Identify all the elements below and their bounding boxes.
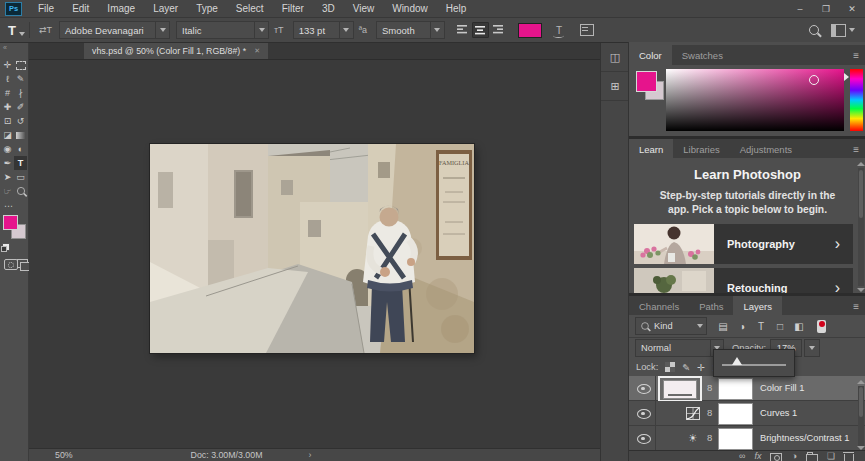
layer-mask-thumbnail[interactable] xyxy=(718,428,753,450)
brush-tool[interactable]: ✐ xyxy=(14,100,27,114)
text-color-swatch[interactable] xyxy=(518,23,542,38)
tab-layers[interactable]: Layers xyxy=(733,296,782,316)
scroll-down-icon[interactable] xyxy=(857,288,865,292)
gradient-tool[interactable] xyxy=(14,128,27,142)
align-right-button[interactable] xyxy=(491,22,506,36)
learn-topic-photography[interactable]: Photography › xyxy=(634,224,853,264)
tab-adjustments[interactable]: Adjustments xyxy=(730,139,802,159)
quick-mask-icon[interactable] xyxy=(4,259,18,270)
text-orientation-icon[interactable]: ⇄T xyxy=(34,25,57,35)
lock-transparency-icon[interactable] xyxy=(665,362,675,372)
fill-layer-thumbnail[interactable] xyxy=(658,376,702,402)
layers-scrollbar[interactable] xyxy=(858,386,864,446)
default-colors-icon[interactable] xyxy=(2,243,10,251)
lock-pixels-icon[interactable]: ✎ xyxy=(682,362,690,373)
learn-scrollbar[interactable] xyxy=(858,168,864,286)
history-brush-tool[interactable]: ↺ xyxy=(14,114,27,128)
filter-smart-objects-icon[interactable]: ◧ xyxy=(791,321,807,332)
layer-name[interactable]: Curves 1 xyxy=(760,408,797,418)
blend-mode-select[interactable]: Normal xyxy=(635,339,724,357)
lock-position-icon[interactable]: ✛ xyxy=(697,362,705,373)
menu-image[interactable]: Image xyxy=(98,0,144,17)
saturation-brightness-field[interactable] xyxy=(666,69,844,131)
delete-layer-icon[interactable] xyxy=(844,454,854,461)
document-tab[interactable]: vhs.psd @ 50% (Color Fill 1, RGB/8#) * ✕ xyxy=(84,43,268,59)
blur-tool[interactable]: ◉ xyxy=(1,142,14,156)
type-tool-preset[interactable]: T xyxy=(8,23,25,38)
foreground-color-swatch[interactable] xyxy=(636,71,657,92)
clone-stamp-tool[interactable]: ⊡ xyxy=(1,114,14,128)
restore-button[interactable]: ❐ xyxy=(813,0,839,17)
filter-adjustment-layers-icon[interactable]: ◑ xyxy=(734,321,750,332)
menu-edit[interactable]: Edit xyxy=(63,0,98,17)
learn-topic-row[interactable]: Retouching › xyxy=(714,268,853,295)
font-style-select[interactable]: Italic xyxy=(176,21,269,39)
add-mask-icon[interactable] xyxy=(770,453,782,461)
menu-filter[interactable]: Filter xyxy=(273,0,313,17)
layer-row-brightness-contrast[interactable]: ☀ 8 Brightness/Contrast 1 xyxy=(629,426,865,451)
menu-file[interactable]: File xyxy=(29,0,63,17)
layer-style-icon[interactable]: fx xyxy=(754,451,761,461)
color-picker-ring[interactable] xyxy=(809,75,819,85)
layer-row-curves[interactable]: 8 Curves 1 xyxy=(629,401,865,426)
learn-topic-retouching[interactable]: Retouching › xyxy=(634,268,853,295)
layer-name[interactable]: Color Fill 1 xyxy=(760,383,804,393)
menu-window[interactable]: Window xyxy=(383,0,437,17)
eraser-tool[interactable]: ◪ xyxy=(1,128,14,142)
new-layer-icon[interactable]: ❏ xyxy=(827,451,835,461)
eyedropper-tool[interactable]: ∤ xyxy=(14,86,27,100)
canvas-photo[interactable]: FAMIGLIA xyxy=(150,144,474,353)
brightness-contrast-icon[interactable]: ☀ xyxy=(685,430,701,446)
marquee-tool[interactable] xyxy=(14,58,27,72)
collapse-panel-icon[interactable]: « xyxy=(3,44,6,51)
lasso-tool[interactable]: ℓ xyxy=(1,72,14,86)
edit-toolbar-icon[interactable]: ⋯ xyxy=(4,201,13,211)
menu-layer[interactable]: Layer xyxy=(144,0,187,17)
dodge-tool[interactable]: ◐ xyxy=(14,142,27,156)
filter-shape-layers-icon[interactable]: □ xyxy=(772,321,788,332)
curves-adjustment-icon[interactable] xyxy=(685,405,701,421)
panel-menu-icon[interactable]: ≡ xyxy=(853,45,865,65)
warp-text-icon[interactable]: T xyxy=(552,25,566,36)
filter-type-layers-icon[interactable]: T xyxy=(753,321,769,332)
panel-menu-icon[interactable]: ≡ xyxy=(853,296,865,316)
zoom-tool[interactable] xyxy=(14,184,27,198)
canvas-pasteboard[interactable]: FAMIGLIA xyxy=(29,60,600,448)
tab-paths[interactable]: Paths xyxy=(689,296,733,316)
learn-topic-row[interactable]: Photography › xyxy=(714,224,853,264)
anti-alias-select[interactable]: Smooth xyxy=(376,21,445,39)
minimize-button[interactable]: – xyxy=(787,0,813,17)
align-center-button[interactable] xyxy=(472,22,489,38)
visibility-eye-icon[interactable] xyxy=(637,409,651,419)
crop-tool[interactable]: # xyxy=(1,86,14,100)
scrollbar-thumb[interactable] xyxy=(859,170,863,218)
visibility-eye-icon[interactable] xyxy=(637,434,651,444)
history-panel-button[interactable]: ◫ xyxy=(601,43,629,72)
link-layers-icon[interactable]: ∞ xyxy=(739,451,745,461)
new-adjustment-layer-icon[interactable]: ◑ xyxy=(791,451,796,461)
hand-tool[interactable]: ☞ xyxy=(1,184,14,198)
menu-view[interactable]: View xyxy=(344,0,384,17)
panel-menu-icon[interactable]: ≡ xyxy=(853,139,865,159)
layer-row-color-fill[interactable]: 8 Color Fill 1 xyxy=(629,376,865,401)
align-left-button[interactable] xyxy=(455,22,470,36)
quick-selection-tool[interactable]: ✎ xyxy=(14,72,27,86)
workspace-switcher[interactable] xyxy=(831,24,855,37)
search-icon[interactable] xyxy=(809,25,819,35)
zoom-level[interactable]: 50% xyxy=(55,450,73,460)
close-tab-icon[interactable]: ✕ xyxy=(254,47,260,55)
new-group-icon[interactable] xyxy=(806,454,818,461)
scroll-up-icon[interactable] xyxy=(857,380,865,384)
tab-swatches[interactable]: Swatches xyxy=(672,45,733,65)
foreground-color-swatch[interactable] xyxy=(3,215,18,230)
scroll-up-icon[interactable] xyxy=(857,162,865,166)
opacity-dropdown-button[interactable] xyxy=(804,339,820,357)
font-family-select[interactable]: Adobe Devanagari xyxy=(59,21,170,39)
menu-help[interactable]: Help xyxy=(437,0,476,17)
move-tool[interactable]: ✛ xyxy=(1,58,14,72)
filter-pixel-layers-icon[interactable]: ▤ xyxy=(715,321,731,332)
rectangle-tool[interactable]: ▭ xyxy=(14,170,27,184)
hue-slider[interactable] xyxy=(850,69,863,131)
tab-channels[interactable]: Channels xyxy=(629,296,689,316)
pen-tool[interactable]: ✒ xyxy=(1,156,14,170)
